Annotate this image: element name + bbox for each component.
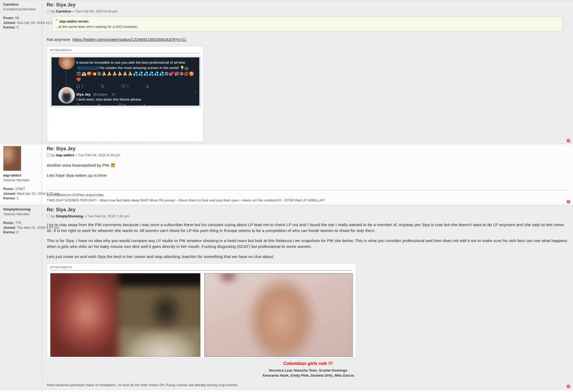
author-username[interactable]: dap-addict [3, 173, 40, 178]
post-meta: by Caristico » Tue Feb 04, 2020 6:43 pm [47, 9, 569, 13]
report-post-icon[interactable]: ! [567, 385, 570, 388]
signature: Eurobabeforum DAPlist responsible. TWO D… [47, 190, 569, 203]
post-date: Tue Feb 04, 2020 6:49 pm [78, 153, 120, 157]
grimace-emoticon [111, 163, 115, 167]
body-paragraph: Lets just move on and wish Siya the best… [47, 254, 569, 260]
post-body: Not anymore https://twitter.com/siyajey/… [47, 37, 569, 42]
heart-icon [122, 84, 126, 88]
share-icon [146, 84, 149, 88]
author-panel: Caristico Established Member Posts: 58 J… [0, 0, 42, 144]
attachment-image[interactable] [204, 273, 353, 357]
signature-line: Eurobabeforum DAPlist responsible. [47, 192, 569, 198]
post-1: Caristico Established Member Posts: 58 J… [0, 0, 573, 144]
post-content: Re: Siya Jey by dap-addict » Tue Feb 04,… [42, 144, 573, 205]
quote-icon: “ [55, 19, 58, 24]
image-placeholder [118, 273, 200, 357]
like-button[interactable]: 1 [122, 84, 129, 88]
author-posts: Posts: 17807 [3, 187, 40, 191]
post-title[interactable]: Re: Siya Jey [47, 2, 569, 8]
post-page-icon [47, 214, 50, 218]
author-joined: Joined: Wed Apr 02, 2014 1:57 am [3, 191, 40, 196]
tweet-avatar-siyajey [58, 87, 75, 104]
tweet-emoji-row: 🎬👰🍑💥😲🍌🍌🍌🍌🍌🍌💦💦💦💦💦💦😍💕💞😘💋🥰❤️ [76, 71, 196, 83]
body-paragraph: This is for Siya, I have no idea why you… [47, 238, 569, 249]
tweet-2-actions: 3 [52, 102, 199, 106]
heart-icon [118, 104, 122, 106]
avatar-image-placeholder [3, 146, 21, 171]
author-rank: Veteran Member [3, 212, 40, 217]
tweet-author-name[interactable]: Siya Jey [76, 92, 91, 96]
post-meta: by dap-addict » Tue Feb 04, 2020 6:49 pm [47, 153, 569, 157]
share-button[interactable] [146, 84, 149, 88]
author-posts: Posts: 770 [3, 221, 40, 225]
reply-button[interactable]: 2 [76, 84, 83, 88]
signature-names: Veronica Leal, Natasha Teen, Scarlet Dom… [47, 368, 569, 378]
post-content: Re: Siya Jey by SimplyStunning » Tue Feb… [42, 205, 573, 390]
retweet-button[interactable] [100, 84, 105, 88]
share-icon [143, 103, 146, 106]
chevron-down-icon[interactable]: ⌄ [194, 89, 197, 93]
avatar-image-placeholder [58, 87, 75, 104]
post-title[interactable]: Re: Siya Jey [47, 207, 569, 213]
meta-author-link[interactable]: Caristico [56, 9, 71, 13]
post-2: dap-addict Veteran Member Posts: 17807 J… [0, 144, 573, 205]
meta-author-link[interactable]: dap-addict [56, 153, 74, 157]
post-title[interactable]: Re: Siya Jey [47, 146, 569, 152]
tweet-1-actions: 2 1 [52, 83, 199, 88]
post-page-icon [47, 10, 50, 13]
reply-icon [76, 84, 80, 88]
author-joined: Joined: Thu Mar 01, 2018 8:07 pm [3, 225, 40, 230]
post-3: SimplyStunning Veteran Member Posts: 770… [0, 205, 573, 390]
report-post-icon[interactable]: ! [567, 139, 570, 143]
post-date: Tue Feb 04, 2020 7:42 pm [87, 214, 130, 218]
post-content: Re: Siya Jey by IndyPleco » Tue Feb 04, … [42, 390, 573, 392]
mention-link[interactable]: @XFREAXX [77, 66, 98, 70]
retweet-icon [100, 84, 105, 88]
avatar[interactable] [3, 146, 21, 171]
post-body: Another once brainwashed by PW. Lets hop… [47, 162, 569, 178]
attachments-label: ATTACHMENTS [50, 266, 353, 270]
meta-author-link[interactable]: SimplyStunning [56, 214, 83, 218]
tweet-screenshot[interactable]: It would be incredible to see you with t… [50, 56, 201, 107]
author-username[interactable]: SimplyStunning [3, 207, 40, 212]
attachments-label: ATTACHMENTS [50, 49, 200, 53]
signature-line: Real hardcore pornstars have no limitati… [47, 382, 569, 388]
quote-body: ...at the same time she's waiting for a … [55, 25, 559, 29]
author-karma: Karma: 0 [3, 25, 40, 30]
body-paragraph: I try to stay away from the PW comments … [47, 222, 569, 234]
report-post-icon[interactable]: ! [567, 200, 570, 204]
author-panel: dap-addict Veteran Member Posts: 17807 J… [0, 144, 42, 205]
post-meta: by SimplyStunning » Tue Feb 04, 2020 7:4… [47, 214, 569, 218]
reply-button[interactable] [76, 103, 80, 106]
share-button[interactable] [143, 103, 146, 106]
attachments-box: ATTACHMENTS It would be incredible to se… [47, 46, 203, 142]
author-karma: Karma: 0 [3, 230, 40, 235]
tweet-embed: It would be incredible to see you with t… [52, 57, 199, 106]
quote-header: “dap-addict wrote: [55, 19, 559, 24]
retweet-icon [97, 104, 101, 106]
signature-headline: Columbian girls rule !!! [47, 360, 569, 367]
quote-block: “dap-addict wrote: ...at the same time s… [52, 16, 563, 31]
post-4: IndyPleco Veteran Member Posts: 537 Join… [0, 390, 573, 392]
tweet-2-nameline: Siya Jey @siyajey · 1h [76, 92, 196, 97]
tweet-2-text: I dont want, shut down this theme please… [76, 97, 196, 102]
tweet-thread-line [66, 71, 67, 87]
author-karma: Karma: 1 [3, 196, 40, 201]
twitter-link[interactable]: https://twitter.com/siyajey/status/12246… [72, 37, 186, 42]
attachment-image[interactable] [50, 273, 200, 357]
post-content: Re: Siya Jey by Caristico » Tue Feb 04, … [42, 0, 573, 144]
signature-line: TWO DAP SCENES PER DAY! - More true fast… [47, 198, 569, 203]
author-rank: Established Member [3, 7, 40, 12]
body-paragraph: Another once brainwashed by PW. [47, 162, 569, 168]
post-body: I try to stay away from the PW comments … [47, 222, 569, 260]
author-username[interactable]: Caristico [3, 2, 40, 7]
retweet-button[interactable] [97, 104, 101, 106]
tweet-author-handle[interactable]: @siyajey [93, 92, 108, 96]
author-panel: SimplyStunning Veteran Member Posts: 770… [0, 205, 42, 390]
author-rank: Veteran Member [3, 178, 40, 183]
image-placeholder [204, 273, 353, 357]
like-button[interactable]: 3 [118, 104, 126, 106]
reply-icon [76, 103, 80, 106]
post-date: Tue Feb 04, 2020 6:43 pm [75, 9, 118, 13]
author-panel: IndyPleco Veteran Member Posts: 537 Join… [0, 390, 42, 392]
